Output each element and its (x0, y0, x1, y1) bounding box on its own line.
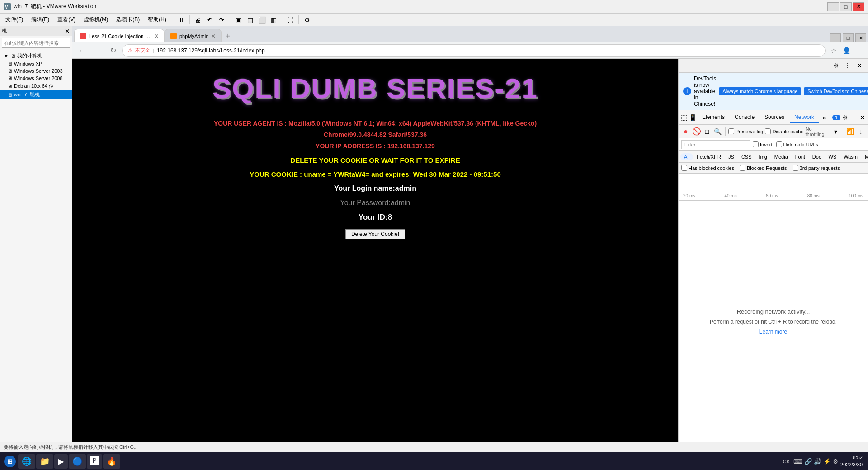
type-font[interactable]: Font (792, 153, 809, 160)
sidebar-item-win7[interactable]: 🖥 win_7_靶机 (0, 90, 72, 99)
disable-cache-checkbox[interactable] (765, 128, 771, 134)
devtools-stop-button[interactable]: 🚫 (692, 127, 701, 136)
sidebar-item-win2003[interactable]: 🖥 Windows Server 2003 (0, 67, 72, 75)
tab-ctrl-min[interactable]: ─ (830, 33, 841, 42)
taskbar-pycharm[interactable]: 🅿 (87, 454, 102, 469)
blocked-cookies-label[interactable]: Has blocked cookies (681, 165, 734, 171)
taskbar-chrome[interactable]: 🔵 (69, 454, 86, 469)
type-fetch-xhr[interactable]: Fetch/XHR (693, 153, 725, 160)
tab-close-active[interactable]: ✕ (154, 33, 159, 39)
devtools-close-icon[interactable]: ✕ (859, 113, 866, 122)
address-bar[interactable]: ⚠ 不安全 | 192.168.137.129/sqli-labs/Less-2… (122, 44, 826, 57)
tab-ctrl-close[interactable]: ✕ (855, 33, 866, 42)
match-language-button[interactable]: Always match Chrome's language (719, 87, 801, 95)
toolbar-view1[interactable]: ▣ (233, 15, 244, 25)
toolbar-fullscreen[interactable]: ⛶ (285, 15, 296, 25)
sidebar-item-winxp[interactable]: 🖥 Windows XP (0, 60, 72, 67)
filter-input[interactable] (681, 140, 750, 149)
devtools-mobile-icon[interactable]: 📱 (689, 113, 697, 122)
toolbar-btn2[interactable]: ↷ (216, 15, 227, 25)
throttle-dropdown-icon[interactable]: ▾ (831, 127, 840, 136)
menu-button[interactable]: ⋮ (854, 45, 864, 56)
start-button[interactable]: ⊞ (2, 453, 18, 470)
type-doc[interactable]: Doc (809, 153, 825, 160)
menu-help[interactable]: 帮助(H) (144, 15, 170, 24)
devtools-more-button[interactable]: ⋮ (843, 61, 853, 70)
devtools-tab-elements[interactable]: Elements (698, 112, 729, 123)
type-all[interactable]: All (680, 153, 693, 160)
type-img[interactable]: Img (755, 153, 771, 160)
browser-tab-active[interactable]: Less-21 Cookie Injection- Errc ✕ (74, 29, 165, 42)
devtools-filter-icon[interactable]: ⊟ (703, 127, 712, 136)
menu-tabs[interactable]: 选项卡(B) (113, 15, 143, 24)
menu-edit[interactable]: 编辑(E) (28, 15, 53, 24)
toolbar-view4[interactable]: ▦ (268, 15, 279, 25)
devtools-tab-network[interactable]: Network (790, 112, 819, 123)
devtools-wifi-icon[interactable]: 📶 (846, 127, 855, 136)
vm-icon5: 🖥 (7, 92, 12, 98)
switch-devtools-button[interactable]: Switch DevTools to Chinese (804, 87, 868, 95)
menu-view[interactable]: 查看(V) (54, 15, 79, 24)
refresh-button[interactable]: ↻ (107, 44, 119, 57)
sidebar-item-debian[interactable]: 🖥 Debian 10.x 64 位 (0, 82, 72, 90)
devtools-record-button[interactable]: ● (681, 127, 690, 136)
devtools-download-icon[interactable]: ↓ (856, 127, 865, 136)
toolbar-print[interactable]: 🖨 (193, 15, 203, 25)
toolbar-pause[interactable]: ⏸ (176, 15, 187, 25)
devtools-search-icon[interactable]: 🔍 (713, 127, 722, 136)
toolbar-settings[interactable]: ⚙ (302, 15, 312, 25)
sidebar-item-mycomputer[interactable]: ▼ 🖥 我的计算机 (0, 52, 72, 60)
disable-cache-checkbox-label[interactable]: Disable cache (765, 128, 803, 134)
preserve-log-checkbox-label[interactable]: Preserve log (728, 128, 764, 134)
tab-ctrl-max[interactable]: □ (843, 33, 854, 42)
invert-checkbox[interactable] (753, 141, 759, 147)
taskbar-burp[interactable]: 🔥 (103, 454, 120, 469)
minimize-button[interactable]: ─ (827, 2, 839, 11)
invert-checkbox-label[interactable]: Invert (753, 141, 773, 147)
devtools-tab-more[interactable]: » (820, 113, 829, 122)
profile-button[interactable]: 👤 (841, 45, 852, 56)
type-media[interactable]: Media (771, 153, 792, 160)
devtools-settings-button[interactable]: ⚙ (831, 61, 841, 70)
hide-data-urls-checkbox[interactable] (776, 141, 782, 147)
new-tab-button[interactable]: + (222, 30, 234, 42)
taskbar-ie[interactable]: 🌐 (18, 454, 35, 469)
toolbar-view3[interactable]: ⬜ (256, 15, 267, 25)
close-button[interactable]: ✕ (853, 2, 864, 11)
browser-tab-phpmyadmin[interactable]: phpMyAdmin ✕ (165, 29, 222, 42)
devtools-inspect-icon[interactable]: ⬚ (680, 113, 688, 122)
blocked-requests-checkbox[interactable] (740, 165, 745, 171)
third-party-label[interactable]: 3rd-party requests (793, 165, 840, 171)
tab-close-phpmyadmin[interactable]: ✕ (211, 33, 216, 39)
sidebar-item-win2008[interactable]: 🖥 Windows Server 2008 (0, 75, 72, 82)
sidebar-search-input[interactable] (2, 38, 70, 48)
toolbar-btn1[interactable]: ↶ (204, 15, 215, 25)
sidebar-close-icon[interactable]: ✕ (65, 28, 70, 35)
menu-vm[interactable]: 虚拟机(M) (80, 15, 112, 24)
type-js[interactable]: JS (725, 153, 738, 160)
blocked-requests-label[interactable]: Blocked Requests (740, 165, 787, 171)
type-manifest[interactable]: Manifest (861, 153, 868, 160)
third-party-checkbox[interactable] (793, 165, 798, 171)
delete-cookie-button[interactable]: Delete Your Cookie! (345, 229, 405, 239)
toolbar-view2[interactable]: ▤ (245, 15, 255, 25)
blocked-cookies-checkbox[interactable] (681, 165, 687, 171)
devtools-settings-icon[interactable]: ⚙ (841, 113, 849, 122)
preserve-log-checkbox[interactable] (728, 128, 734, 134)
forward-button[interactable]: → (91, 44, 104, 57)
back-button[interactable]: ← (76, 44, 89, 57)
menu-file[interactable]: 文件(F) (2, 15, 27, 24)
taskbar-explorer[interactable]: 📁 (36, 454, 53, 469)
devtools-tab-console[interactable]: Console (730, 112, 759, 123)
devtools-tab-sources[interactable]: Sources (760, 112, 789, 123)
devtools-close-button[interactable]: ✕ (854, 61, 864, 70)
hide-data-urls-label[interactable]: Hide data URLs (776, 141, 819, 147)
devtools-ellipsis-icon[interactable]: ⋮ (850, 113, 858, 122)
maximize-button[interactable]: □ (840, 2, 852, 11)
type-wasm[interactable]: Wasm (840, 153, 861, 160)
taskbar-media[interactable]: ▶ (54, 454, 68, 469)
learn-more-link[interactable]: Learn more (760, 329, 787, 335)
type-ws[interactable]: WS (825, 153, 840, 160)
bookmark-button[interactable]: ☆ (828, 45, 839, 56)
type-css[interactable]: CSS (738, 153, 755, 160)
